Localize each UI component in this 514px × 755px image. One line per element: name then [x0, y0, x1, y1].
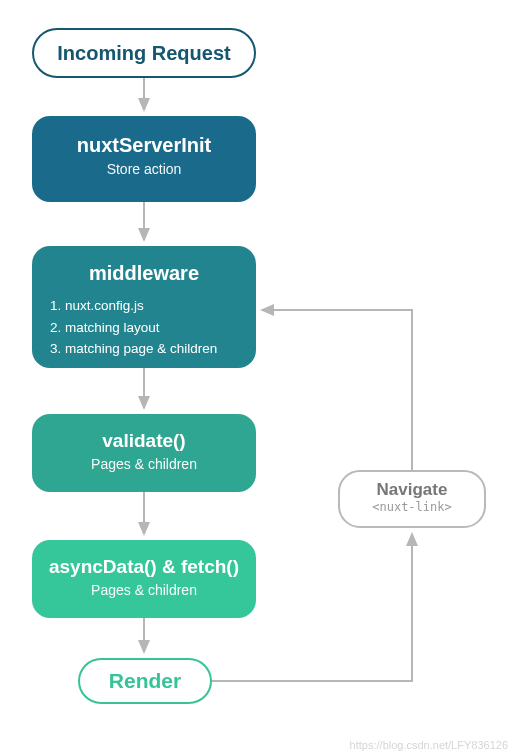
nsi-title: nuxtServerInit — [32, 134, 256, 157]
watermark: https://blog.csdn.net/LFY836126 — [350, 739, 508, 751]
node-middleware: middleware 1. nuxt.config.js 2. matching… — [32, 246, 256, 368]
nsi-subtitle: Store action — [32, 161, 256, 177]
mw-list: 1. nuxt.config.js 2. matching layout 3. … — [50, 295, 238, 360]
render-label: Render — [109, 669, 181, 693]
mw-title: middleware — [50, 262, 238, 285]
validate-title: validate() — [32, 430, 256, 452]
nav-subtitle: <nuxt-link> — [340, 500, 484, 514]
incoming-label: Incoming Request — [57, 42, 230, 65]
nav-title: Navigate — [340, 480, 484, 500]
async-title: asyncData() & fetch() — [32, 556, 256, 578]
node-render: Render — [78, 658, 212, 704]
node-validate: validate() Pages & children — [32, 414, 256, 492]
node-nuxt-server-init: nuxtServerInit Store action — [32, 116, 256, 202]
node-navigate: Navigate <nuxt-link> — [338, 470, 486, 528]
node-incoming-request: Incoming Request — [32, 28, 256, 78]
flow-arrows — [0, 0, 514, 755]
validate-subtitle: Pages & children — [32, 456, 256, 472]
mw-item: 2. matching layout — [50, 317, 238, 339]
async-subtitle: Pages & children — [32, 582, 256, 598]
mw-item: 1. nuxt.config.js — [50, 295, 238, 317]
node-asyncdata-fetch: asyncData() & fetch() Pages & children — [32, 540, 256, 618]
mw-item: 3. matching page & children — [50, 338, 238, 360]
